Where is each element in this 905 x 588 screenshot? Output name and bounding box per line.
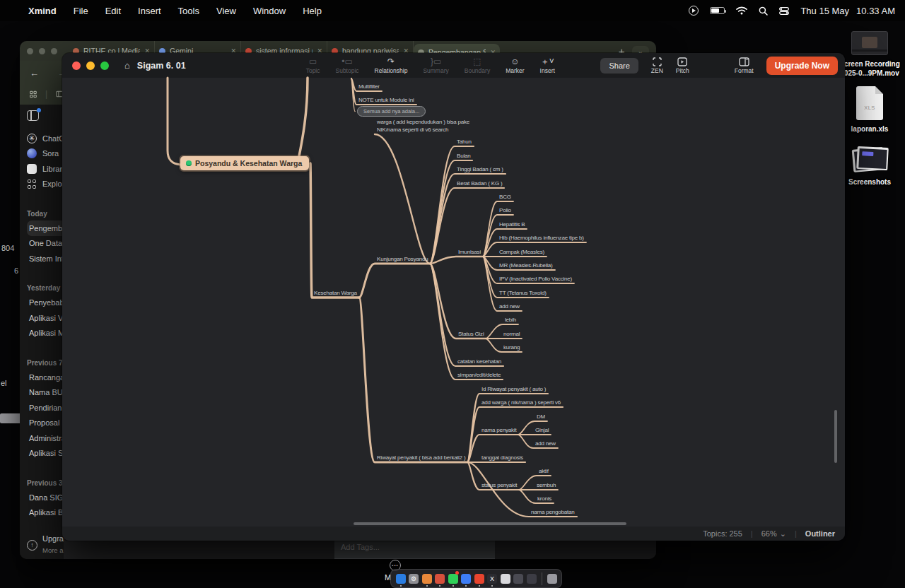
dock-app-icon[interactable]	[499, 570, 511, 587]
chat-history-item[interactable]: Penyebab P	[27, 295, 64, 311]
mindmap-node-riwayat[interactable]: Riwayat penyakit ( bisa add berkali2 )	[377, 454, 465, 461]
chat-history-item[interactable]: Aplikasi SIG	[27, 446, 64, 461]
mindmap-node-polio[interactable]: Polio	[499, 206, 511, 214]
menu-item[interactable]: Tools	[178, 6, 199, 16]
chat-history-item[interactable]: Pengemban	[27, 220, 64, 236]
zoom-window-button[interactable]	[100, 61, 109, 70]
dock-app-icon[interactable]	[447, 570, 459, 587]
mindmap-node-kunjungan[interactable]: Kunjungan Posyandu	[377, 255, 428, 263]
mindmap-node-note[interactable]: NOTE untuk Module ini	[358, 96, 414, 104]
mindmap-node-berat[interactable]: Berat Badan ( KG )	[457, 180, 502, 187]
upgrade-now-button[interactable]: Upgrade Now	[766, 57, 838, 75]
menu-clock[interactable]: Thu 15 May10.33 AM	[800, 6, 895, 16]
format-button[interactable]: Format	[735, 57, 754, 74]
minimize-window-button[interactable]	[86, 61, 95, 70]
mindmap-node-multifilter[interactable]: Multifilter	[358, 83, 380, 90]
zoom-control[interactable]: 66%⌄	[761, 529, 786, 539]
mindmap-node-addnew-imunisasi[interactable]: add new	[499, 302, 520, 310]
mindmap-node-hib[interactable]: Hib (Haemophilus influenzae tipe b)	[499, 234, 584, 242]
chat-history-item[interactable]: Nama BUM	[27, 385, 64, 401]
spotlight-search-icon[interactable]	[759, 6, 768, 16]
mindmap-node-sembuh[interactable]: sembuh	[537, 481, 556, 489]
menu-item[interactable]: Insert	[138, 6, 161, 16]
mindmap-node-bcg[interactable]: BCG	[499, 193, 511, 201]
menu-app-name[interactable]: Xmind	[28, 6, 57, 16]
mindmap-node-ipv[interactable]: IPV (Inactivated Polio Vaccine)	[499, 275, 572, 283]
add-tags-field[interactable]: Add Tags...	[334, 539, 495, 559]
mindmap-node-catatan[interactable]: catatan kesehatan	[457, 358, 501, 365]
mindmap-node-tanggal[interactable]: tanggal diagnosis	[481, 454, 523, 461]
dock-app-icon[interactable]: X	[486, 570, 498, 587]
mindmap-node-pengobatan[interactable]: nama pengobatan	[531, 508, 575, 516]
close-window-button[interactable]	[72, 61, 81, 70]
sidebar-nav-item[interactable]: ✳ ChatGP	[27, 131, 64, 146]
toolbar-tool[interactable]: •▭ Subtopic	[336, 57, 359, 74]
desktop-icon-screenshots[interactable]: Screenshots	[836, 145, 904, 187]
mindmap-node-lebih[interactable]: lebih	[505, 316, 516, 324]
desktop-icon-screen-recording[interactable]: Screen Recording2025-0...9PM.mov	[836, 31, 904, 78]
toolbar-tool[interactable]: ↷ Relationship	[375, 57, 408, 74]
mindmap-node-aktif[interactable]: aktif	[539, 467, 549, 475]
wifi-icon[interactable]	[736, 6, 747, 15]
mindmap-node-hepatitis[interactable]: Hepatitis B	[499, 220, 525, 228]
mindmap-node-kesehatan[interactable]: Kesehatan Warga	[314, 289, 357, 297]
sidebar-nav-item[interactable]: Explore	[27, 177, 64, 192]
chat-history-item[interactable]: Pendirian B	[27, 400, 64, 416]
mindmap-node-normal[interactable]: normal	[503, 330, 520, 338]
chat-history-item[interactable]: Aplikasi Mar	[27, 326, 64, 341]
menu-item[interactable]: Help	[303, 6, 322, 16]
chat-history-item[interactable]: One Data A	[27, 236, 64, 252]
mindmap-node-tinggi[interactable]: Tinggi Badan ( cm )	[457, 165, 503, 173]
upgrade-plan-item[interactable]: ↑ Upgra More a	[27, 534, 64, 555]
menu-item[interactable]: View	[216, 6, 236, 16]
control-center-icon[interactable]	[779, 7, 789, 15]
pitch-button[interactable]: Pitch	[676, 57, 689, 74]
horizontal-scrollbar[interactable]	[354, 522, 626, 525]
dock-app-icon[interactable]	[513, 570, 525, 587]
toolbar-tool[interactable]: ⬚ Boundary	[465, 57, 490, 74]
sidebar-nav-item[interactable]: Library	[27, 161, 64, 177]
chat-history-item[interactable]: Rancangan	[27, 370, 64, 385]
mindmap-node-bulan[interactable]: Bulan	[457, 152, 470, 160]
chat-history-item[interactable]: Dana SIGAP	[27, 490, 64, 505]
home-icon[interactable]: ⌂	[124, 60, 130, 71]
mindmap-node-statuspenyakit[interactable]: status penyakit	[481, 481, 517, 489]
menu-item[interactable]: File	[74, 6, 88, 16]
chat-history-item[interactable]: Administras	[27, 430, 64, 446]
chat-history-item[interactable]: Aplikasi Vid	[27, 310, 64, 326]
toolbar-tool[interactable]: ▭ Topic	[306, 57, 320, 74]
mindmap-node-warga[interactable]: warga ( add kependudukan ) bisa pake NIK…	[377, 118, 469, 134]
dock-app-icon[interactable]: ⚙	[408, 570, 420, 587]
battery-icon[interactable]	[710, 7, 725, 14]
menu-item[interactable]: Window	[253, 6, 286, 16]
mindmap-node-idriwayat[interactable]: Id Riwayat penyakit ( auto )	[481, 385, 546, 393]
mindmap-node-tahun[interactable]: Tahun	[457, 138, 472, 146]
chat-history-item[interactable]: Aplikasi Bal	[27, 505, 64, 521]
dock-app-icon[interactable]	[473, 570, 485, 587]
mindmap-node-kurang[interactable]: kurang	[503, 343, 520, 351]
sidebar-nav-item[interactable]: Sora	[27, 146, 64, 162]
dock-app-icon[interactable]	[525, 570, 537, 587]
mindmap-node-mr[interactable]: MR (Measles-Rubella)	[499, 261, 553, 269]
mindmap-node-simpan[interactable]: simpan/edit/delete	[457, 371, 501, 379]
mindmap-node-kronis[interactable]: kronis	[537, 495, 551, 502]
dock-app-icon[interactable]	[460, 570, 472, 587]
chat-history-item[interactable]: Sistem Infor	[27, 251, 64, 266]
window-traffic-lights[interactable]	[72, 61, 109, 70]
toolbar-tool[interactable]: ＋˅ Insert	[540, 57, 555, 74]
dock-app-icon[interactable]	[421, 570, 433, 587]
outliner-button[interactable]: Outliner	[805, 529, 835, 538]
toolbar-tool[interactable]: }▭ Summary	[423, 57, 448, 74]
mindmap-node-tt[interactable]: TT (Tetanus Toxoid)	[499, 289, 547, 297]
share-button[interactable]: Share	[600, 58, 638, 74]
dock-app-icon[interactable]	[434, 570, 446, 587]
mindmap-node-campak[interactable]: Campak (Measles)	[499, 248, 544, 256]
vertical-scrollbar[interactable]	[834, 410, 837, 463]
mindmap-node-pill[interactable]: Semua add nya adala...	[357, 106, 426, 117]
mindmap-node-namapenyakit[interactable]: nama penyakit	[481, 426, 516, 434]
mindmap-node-imunisasi[interactable]: Imunisasi	[458, 248, 481, 256]
dock-app-icon[interactable]	[395, 570, 407, 587]
mindmap-node-dm[interactable]: DM	[537, 413, 545, 421]
mindmap-node-addnew-penyakit[interactable]: add new	[535, 440, 556, 447]
sidebar-toggle-icon[interactable]	[27, 110, 39, 121]
